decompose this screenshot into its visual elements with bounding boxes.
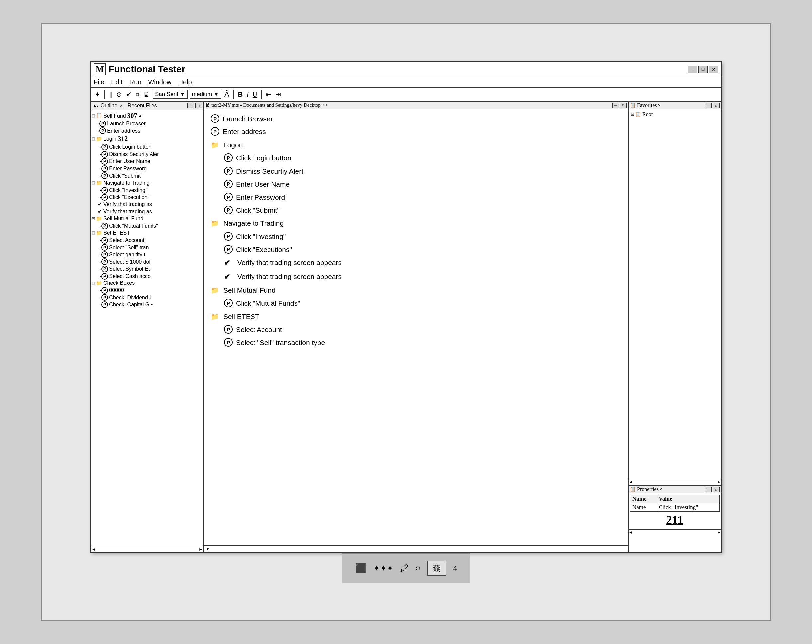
props-scroll-left[interactable]: ◄ [629,530,633,535]
center-item-submit[interactable]: P Click "Submit" [211,204,621,217]
toolbar-underline-button[interactable]: U [252,90,258,99]
tree-item-select-symbol[interactable]: - P Select Symbol Et [92,265,203,273]
center-item-dismiss[interactable]: P Dismiss Securtiy Alert [211,164,621,178]
right-scroll-right[interactable]: ► [717,480,721,485]
minimize-button[interactable]: _ [688,66,697,73]
favorites-tab-close[interactable]: ✕ [658,103,661,108]
toolbar-script-icon[interactable]: ⌗ [134,90,140,99]
outline-tab-close[interactable]: ✕ [120,104,123,108]
tree-item-username[interactable]: - P Enter User Name [92,158,203,165]
tree-item-dismiss[interactable]: - P Dismiss Security Aler [92,151,203,158]
menu-run[interactable]: Run [129,78,142,86]
right-bottom-scroll[interactable]: ◄ ► [629,530,721,536]
props-max-btn[interactable]: □ [713,487,720,492]
menu-file[interactable]: File [94,78,104,86]
center-item-executions[interactable]: P Click "Executions" [211,243,621,256]
close-button[interactable]: ✕ [709,66,718,73]
tree-item-submit[interactable]: - P Click "Submit" [92,172,203,180]
center-min-btn[interactable]: — [612,103,619,108]
center-item-password[interactable]: P Enter Password [211,190,621,204]
toolbar-font-selector[interactable]: San Serif ▼ [153,90,188,99]
recent-files-tab[interactable]: Recent Files [126,102,159,109]
toolbar-doc-icon[interactable]: 🗎 [142,90,151,99]
center-max-btn[interactable]: □ [620,103,627,108]
menu-window[interactable]: Window [148,78,171,86]
center-item-verify2[interactable]: ✔ Verify that trading screen appears [211,270,621,284]
menu-help[interactable]: Help [179,78,192,86]
tree-item-click-login[interactable]: - P Click Login button [92,143,203,151]
tree-item-nav-trading[interactable]: ⊟ 📁 Navigate to Trading [92,179,203,187]
center-item-investing[interactable]: P Click "Investing" [211,230,621,243]
right-min-btn[interactable]: — [705,103,712,108]
tree-item-capital[interactable]: - P Check: Capital G ▼ [92,301,203,308]
center-tab-expand[interactable]: >> [323,103,328,108]
tree-item-select-qty[interactable]: - P Select qanitity t [92,251,203,258]
taskbar-icon4[interactable]: ○ [415,563,421,573]
menu-edit[interactable]: Edit [111,78,122,86]
toolbar-bold-button[interactable]: B [237,90,244,99]
center-item-username[interactable]: P Enter User Name [211,178,621,190]
center-item-click-mutual[interactable]: P Click "Mutual Funds" [211,297,621,310]
panel-max-btn[interactable]: □ [195,103,202,108]
right-max-btn[interactable]: □ [713,103,720,108]
center-item-sell-etest[interactable]: 📁 Sell ETEST [211,310,621,323]
tree-item-select-sell[interactable]: - P Select "Sell" tran [92,244,203,251]
panel-min-btn[interactable]: — [188,103,194,108]
right-tree-root[interactable]: ⊟ 📋 Root [630,111,719,118]
toolbar-check-icon[interactable]: ✔ [125,90,133,99]
tree-item-launch-browser[interactable]: - P Launch Browser [92,120,203,128]
tree-item-sell-mutual[interactable]: ⊟ 📁 Sell Mutual Fund [92,215,203,222]
toolbar-pause-icon[interactable]: ‖ [108,90,113,99]
center-item-select-sell-type[interactable]: P Select "Sell" transaction type [211,336,621,349]
center-scroll-bar[interactable]: ▼ [204,545,628,552]
taskbar-app-button[interactable]: 燕 [427,561,446,576]
center-item-launch[interactable]: P Launch Browser [211,112,621,125]
taskbar-icon2[interactable]: ✦✦✦ [374,564,393,573]
outline-tab[interactable]: 🗂 Outline ✕ [92,102,124,109]
scroll-right-arrow[interactable]: ► [199,547,203,552]
left-scroll-bar[interactable]: ◄ ► [91,546,203,552]
center-item-click-login[interactable]: P Click Login button [211,151,621,164]
tree-item-login[interactable]: ⊟ 📁 Login 312 [92,134,203,143]
props-scroll-right[interactable]: ► [717,530,721,535]
center-item-verify1[interactable]: ✔ Verify that trading screen appears [211,256,621,270]
tree-item-dividend[interactable]: - P Check: Dividend I [92,294,203,301]
tree-item-verify2[interactable]: ✔ Verify that trading as [92,208,203,215]
tree-item-password[interactable]: - P Enter Password [92,165,203,172]
center-item-nav-trading[interactable]: 📁 Navigate to Trading [211,217,621,230]
center-item-select-acct[interactable]: P Select Account [211,323,621,336]
toolbar-ptr-icon[interactable]: ✦ [94,90,101,99]
maximize-button[interactable]: □ [698,66,708,73]
center-tab-label[interactable]: text2-MY.mts - Documents and Settings/he… [211,102,321,108]
tree-item-enter-address[interactable]: - P Enter address [92,128,203,135]
toolbar-font-a-icon[interactable]: Â [223,90,230,99]
toolbar-outdent-icon[interactable]: ⇥ [275,90,282,99]
tree-item-00000[interactable]: - P 00000 [92,287,203,294]
taskbar-icon3[interactable]: 🖊 [400,563,409,573]
right-top-scroll[interactable]: ◄ ► [629,479,721,485]
center-item-address[interactable]: P Enter address [211,125,621,138]
tree-item-set-etest[interactable]: ⊟ 📁 Set ETEST [92,229,203,237]
tree-item-select-1000[interactable]: - P Select $ 1000 dol [92,258,203,266]
scroll-left-arrow[interactable]: ◄ [92,547,96,552]
props-min-btn[interactable]: — [705,487,712,492]
tree-item-sell-fund[interactable]: ⊟ 📋 Sell Fund 307 ▲ [92,111,203,120]
tree-item-check-boxes[interactable]: ⊟ 📁 Check Boxes [92,280,203,287]
center-item-sell-mutual[interactable]: 📁 Sell Mutual Fund [211,284,621,297]
tree-expand-sell: ⊟ [92,216,95,222]
toolbar-record-icon[interactable]: ⊙ [115,90,123,99]
tree-item-click-execution[interactable]: - P Click "Execution" [92,193,203,201]
toolbar-indent-icon[interactable]: ⇤ [265,90,272,99]
tree-item-verify1[interactable]: ✔ Verify that trading as [92,201,203,208]
tree-item-select-cash[interactable]: - P Select Cash acco [92,273,203,280]
right-scroll-left[interactable]: ◄ [629,480,633,485]
tree-item-select-acct[interactable]: - P Select Account [92,237,203,244]
center-item-logon[interactable]: 📁 Logon [211,139,621,151]
tree-item-click-investing[interactable]: - P Click "Investing" [92,187,203,194]
toolbar-italic-button[interactable]: I [246,90,250,99]
properties-tab-close[interactable]: ✕ [659,487,662,492]
toolbar-size-selector[interactable]: medium ▼ [190,90,221,99]
tree-label-verify2: Verify that trading as [103,208,152,215]
taskbar-icon1[interactable]: ⬛ [355,563,367,574]
tree-item-click-mutual[interactable]: - P Click "Mutual Funds" [92,222,203,230]
